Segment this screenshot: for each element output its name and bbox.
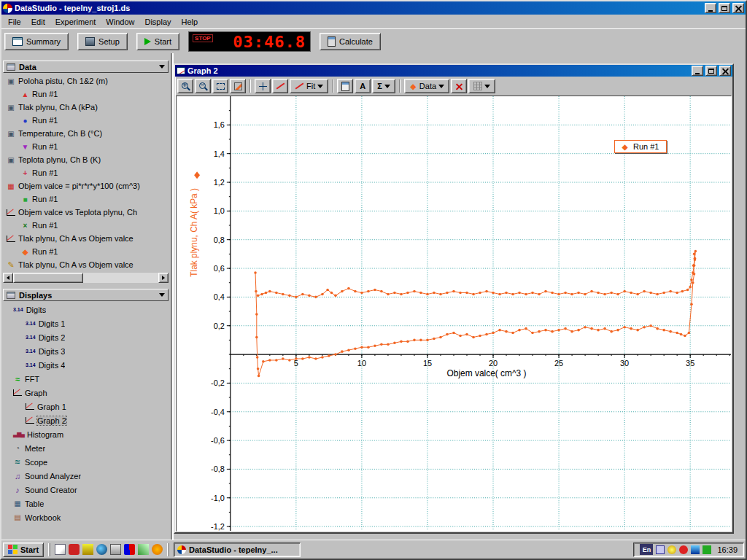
graph-close-button[interactable] — [719, 66, 731, 76]
display-item-graph-1[interactable]: Graph 1 — [3, 400, 169, 413]
close-button[interactable] — [732, 3, 744, 13]
display-item-table[interactable]: ▦ Table — [3, 497, 169, 510]
data-item-teplota-plynu[interactable]: ▣ Teplota plynu, Ch B (K) — [3, 153, 169, 166]
fit-menu-button[interactable]: Fit — [290, 79, 328, 93]
minimize-icon — [695, 73, 700, 74]
run-item[interactable]: ◆ Run #1 — [3, 245, 169, 258]
display-item-digits-2[interactable]: 3.14 Digits 2 — [3, 330, 169, 344]
plot-area[interactable]: 1,61,41,21,00,80,60,40,2-0,2-0,4-0,6-0,8… — [176, 96, 732, 532]
quicklaunch-icon-1[interactable] — [55, 544, 66, 555]
menu-help[interactable]: Help — [177, 16, 204, 28]
run-marker-icon: ▼ — [21, 143, 29, 151]
run-item[interactable]: + Run #1 — [3, 166, 169, 179]
quicklaunch-icon-6[interactable] — [124, 544, 135, 555]
data-item-objem-valce[interactable]: ▦ Objem valce = pi*r*r*y*100 (cm^3) — [3, 179, 169, 192]
fit-label: Fit — [306, 82, 315, 90]
network-tray-icon[interactable] — [703, 545, 711, 554]
display-tray-icon[interactable] — [691, 545, 700, 554]
display-item-digits-4[interactable]: 3.14 Digits 4 — [3, 358, 169, 372]
remove-button[interactable] — [451, 79, 467, 93]
run-item[interactable]: ● Run #1 — [3, 114, 169, 127]
chevron-down-icon[interactable] — [159, 65, 165, 69]
display-item-graph-2[interactable]: Graph 2 — [3, 413, 169, 427]
run-item[interactable]: ■ Run #1 — [3, 192, 169, 206]
axis-settings-button[interactable] — [468, 79, 495, 93]
graph-titlebar[interactable]: Graph 2 — [175, 65, 732, 77]
data-item-objem-vs-teplota[interactable]: Objem valce vs Teplota plynu, Ch — [3, 206, 169, 219]
app-titlebar[interactable]: DataStudio - tepelny_stroj1.ds — [1, 1, 746, 15]
display-item-workbook[interactable]: ▤ Workbook — [3, 510, 169, 524]
display-item-histogram[interactable]: ▃▆▄ Histogram — [3, 427, 169, 441]
graph-calculator-button[interactable] — [337, 79, 353, 93]
menu-display[interactable]: Display — [139, 16, 176, 28]
display-item-fft[interactable]: ≈ FFT — [3, 372, 169, 386]
menu-experiment[interactable]: Experiment — [50, 16, 101, 28]
data-item-tlak-plynu[interactable]: ▣ Tlak plynu, Ch A (kPa) — [3, 101, 169, 114]
menu-edit[interactable]: Edit — [26, 16, 50, 28]
language-indicator[interactable]: En — [640, 544, 653, 555]
display-item-digits-3[interactable]: 3.14 Digits 3 — [3, 344, 169, 358]
data-menu-button[interactable]: ◆ Data — [404, 79, 449, 93]
start-button[interactable]: Start — [136, 33, 179, 50]
zoom-out-button[interactable] — [195, 79, 211, 93]
quicklaunch-icon-2[interactable] — [69, 544, 80, 555]
slope-tool-button[interactable] — [272, 79, 288, 93]
scale-to-fit-button[interactable] — [230, 79, 246, 93]
quicklaunch-icon-7[interactable] — [138, 544, 149, 555]
data-item-tlak-vs-objem-2[interactable]: ✎ Tlak plynu, Ch A vs Objem valce — [3, 258, 169, 271]
volume-tray-icon[interactable] — [667, 545, 676, 554]
zoom-in-button[interactable] — [177, 79, 193, 93]
taskbar-clock[interactable]: 16:39 — [717, 545, 738, 554]
setup-button[interactable]: Setup — [77, 33, 128, 50]
run-marker-icon: ■ — [21, 195, 29, 203]
sensor-icon: ▣ — [7, 130, 15, 138]
displays-panel-header[interactable]: Displays — [3, 289, 169, 301]
scroll-right-button[interactable] — [158, 273, 169, 283]
display-item-sound-creator[interactable]: ♪ Sound Creator — [3, 483, 169, 497]
toolbar-separator — [249, 79, 251, 93]
run-item[interactable]: ▼ Run #1 — [3, 140, 169, 153]
menu-window[interactable]: Window — [101, 16, 139, 28]
quicklaunch-icon-5[interactable] — [110, 544, 121, 555]
start-menu-button[interactable]: Start — [3, 542, 44, 557]
keyboard-tray-icon[interactable] — [656, 545, 665, 554]
graph-minimize-button[interactable] — [692, 66, 703, 76]
display-item-digits[interactable]: 3.14 Digits — [3, 303, 169, 316]
scroll-track[interactable] — [13, 273, 158, 283]
data-item-poloha-pistu[interactable]: ▣ Poloha pistu, Ch 1&2 (m) — [3, 74, 169, 88]
menu-file[interactable]: File — [3, 16, 26, 28]
maximize-button[interactable] — [719, 3, 730, 13]
scroll-thumb[interactable] — [13, 273, 83, 283]
data-item-tlak-vs-objem[interactable]: Tlak plynu, Ch A vs Objem valce — [3, 232, 169, 245]
graph-icon — [26, 403, 34, 410]
quicklaunch-icon-8[interactable] — [152, 544, 163, 555]
display-item-scope[interactable]: ≋ Scope — [3, 455, 169, 469]
display-item-sound-analyzer[interactable]: ♫ Sound Analyzer — [3, 469, 169, 483]
display-item-graph[interactable]: Graph — [3, 386, 169, 400]
smart-tool-button[interactable] — [255, 79, 271, 93]
task-button-datastudio[interactable]: DataStudio - tepelny_... — [174, 542, 301, 557]
legend[interactable]: ◆ Run #1 — [614, 140, 667, 153]
display-item-meter[interactable]: ◔ Meter — [3, 441, 169, 455]
data-panel-header[interactable]: Data — [3, 61, 169, 73]
antivirus-tray-icon[interactable] — [679, 545, 688, 554]
run-item[interactable]: × Run #1 — [3, 219, 169, 232]
data-item-temperature[interactable]: ▣ Temperature, Ch B (°C) — [3, 127, 169, 140]
run-item[interactable]: ▲ Run #1 — [3, 88, 169, 101]
minimize-button[interactable] — [705, 3, 716, 13]
graph-maximize-button[interactable] — [705, 66, 717, 76]
xy-graph-icon — [7, 209, 15, 216]
data-panel-hscrollbar[interactable] — [3, 273, 169, 283]
quicklaunch-icon-4[interactable] — [96, 544, 107, 555]
text-tool-button[interactable]: A — [355, 79, 371, 93]
scroll-left-button[interactable] — [3, 273, 13, 283]
statistics-button[interactable]: Σ — [372, 79, 395, 93]
digits-icon: 3.14 — [26, 321, 36, 326]
display-item-digits-1[interactable]: 3.14 Digits 1 — [3, 316, 169, 330]
chevron-down-icon[interactable] — [159, 293, 165, 297]
digits-icon: 3.14 — [26, 335, 36, 340]
quicklaunch-icon-3[interactable] — [82, 544, 93, 555]
summary-button[interactable]: Summary — [4, 33, 69, 50]
zoom-select-button[interactable] — [212, 79, 228, 93]
calculate-button[interactable]: Calculate — [320, 33, 381, 50]
